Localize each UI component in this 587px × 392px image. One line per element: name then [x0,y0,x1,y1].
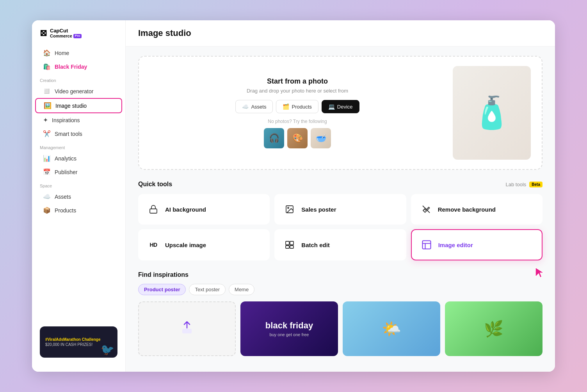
page-title: Image studio [138,28,543,38]
upscale-label: Upscale image [165,242,206,248]
image-editor-label: Image editor [438,242,473,248]
image-studio-icon: 🖼️ [44,102,52,109]
promo-hashtag: #ViralAdsMarathon Challenge [45,337,112,342]
tool-upscale-image[interactable]: HD Upscale image [138,229,270,260]
inspo-black-friday-card[interactable]: black friday buy one get one free [240,301,338,356]
bf-main-text: black friday [265,321,313,331]
sidebar-item-publisher[interactable]: 📅 Publisher [35,165,122,179]
sidebar-label-black-friday: Black Friday [55,64,87,70]
inspiration-tags: Product poster Text poster Meme [138,284,543,295]
svg-rect-5 [286,246,289,248]
ai-background-label: AI background [165,206,206,213]
inspo-nature-card[interactable]: 🌿 [445,301,543,356]
tool-batch-edit[interactable]: Batch edit [274,229,406,260]
inspirations-title: Find inspirations [138,271,543,278]
svg-point-2 [288,207,289,208]
upload-title: Start from a photo [150,77,445,86]
inspiration-grid: black friday buy one get one free 🌤️ 🌿 [138,301,543,356]
inspo-sky-card[interactable]: 🌤️ [343,301,440,356]
svg-marker-8 [535,267,544,278]
logo-area: ⊠ CapCut Commerce Pro [32,28,125,46]
quick-tools-header: Quick tools Lab tools Beta [138,181,543,188]
publisher-icon: 📅 [43,168,51,176]
sample-photos: 🎧 🎨 🥣 [150,128,445,148]
remove-background-icon [419,202,433,216]
lab-badge: Beta [529,182,543,187]
tool-sales-poster[interactable]: Sales poster [274,194,406,225]
sidebar-item-home[interactable]: 🏠 Home [35,46,122,60]
main-content: Image studio Start from a photo Drag and… [126,20,555,372]
promo-bg-icon: 🐦 [101,343,114,356]
main-header: Image studio [126,20,555,46]
tool-remove-background[interactable]: Remove background [411,194,543,225]
assets-btn-label: Assets [251,104,266,110]
tag-text-poster[interactable]: Text poster [189,284,226,295]
tools-grid: AI background Sales poster [138,194,543,260]
sidebar-label-publisher: Publisher [55,169,77,175]
logo-text: CapCut Commerce Pro [50,28,82,38]
sidebar-item-image-studio[interactable]: 🖼️ Image studio [35,98,122,113]
section-label-management: Management [32,141,125,151]
lab-tools-label: Lab tools [506,182,527,187]
section-label-creation: Creation [32,73,125,84]
sales-poster-label: Sales poster [301,206,336,213]
products-btn-icon: 🗂️ [283,103,289,110]
upload-icon [179,319,195,338]
sample-photo-palette[interactable]: 🎨 [287,128,308,148]
svg-rect-3 [286,241,289,245]
capcut-logo-icon: ⊠ [40,28,47,38]
sample-photo-earbuds[interactable]: 🎧 [264,128,284,148]
sidebar-item-products[interactable]: 📦 Products [35,203,122,217]
upload-buttons: ☁️ Assets 🗂️ Products 💻 Device [150,100,445,113]
remove-background-label: Remove background [438,206,496,213]
batch-edit-icon [283,238,297,252]
product-photo-preview: 🧴 [453,66,531,160]
products-btn-label: Products [292,104,311,110]
bf-sub-text: buy one get one free [265,332,313,337]
sidebar-label-products: Products [55,207,76,214]
sidebar-item-assets[interactable]: ☁️ Assets [35,190,122,203]
svg-rect-7 [422,241,430,249]
upload-area: Start from a photo Drag and drop your ph… [138,56,543,170]
tag-product-poster[interactable]: Product poster [138,284,186,295]
tool-image-editor[interactable]: Image editor [411,229,543,260]
device-btn-label: Device [337,104,353,110]
svg-rect-0 [150,209,157,213]
nature-card-content: 🌿 [484,320,503,338]
svg-rect-6 [290,246,294,248]
tool-ai-background[interactable]: AI background [138,194,270,225]
assets-icon: ☁️ [43,193,51,200]
sales-poster-icon [283,202,297,216]
sidebar-label-assets: Assets [55,194,71,200]
batch-edit-label: Batch edit [301,242,330,248]
assets-button[interactable]: ☁️ Assets [235,100,273,113]
sidebar: ⊠ CapCut Commerce Pro 🏠 Home 🛍️ Black Fr… [32,20,126,372]
brand-name: CapCut [50,28,82,34]
quick-tools-title: Quick tools [138,181,172,188]
sidebar-item-inspirations[interactable]: ✦ Inspirations [35,113,122,127]
svg-rect-9 [182,329,192,333]
sidebar-item-black-friday[interactable]: 🛍️ Black Friday [35,60,122,73]
sidebar-item-smart-tools[interactable]: ✂️ Smart tools [35,127,122,141]
home-icon: 🏠 [43,49,51,57]
sidebar-label-image-studio: Image studio [55,103,87,109]
assets-btn-icon: ☁️ [242,103,249,110]
app-container: ⊠ CapCut Commerce Pro 🏠 Home 🛍️ Black Fr… [32,20,555,372]
ai-background-icon [146,202,160,216]
device-button[interactable]: 💻 Device [322,100,359,113]
sidebar-label-smart-tools: Smart tools [55,131,82,137]
tag-meme[interactable]: Meme [229,284,254,295]
sidebar-item-analytics[interactable]: 📊 Analytics [35,151,122,165]
device-btn-icon: 💻 [328,103,335,110]
inspirations-icon: ✦ [43,116,48,124]
sky-card-content: 🌤️ [382,320,401,338]
sample-photo-bowl[interactable]: 🥣 [311,128,331,148]
sidebar-item-video-generator[interactable]: ◻️ Video generator [35,84,122,98]
products-button[interactable]: 🗂️ Products [276,100,318,113]
bottle-image: 🧴 [472,97,511,128]
inspo-upload-card[interactable] [138,301,236,356]
sidebar-bottom: #ViralAdsMarathon Challenge $20,000 IN C… [32,320,125,364]
promo-card[interactable]: #ViralAdsMarathon Challenge $20,000 IN C… [40,326,117,358]
video-generator-icon: ◻️ [43,87,51,95]
upscale-icon: HD [146,238,160,252]
